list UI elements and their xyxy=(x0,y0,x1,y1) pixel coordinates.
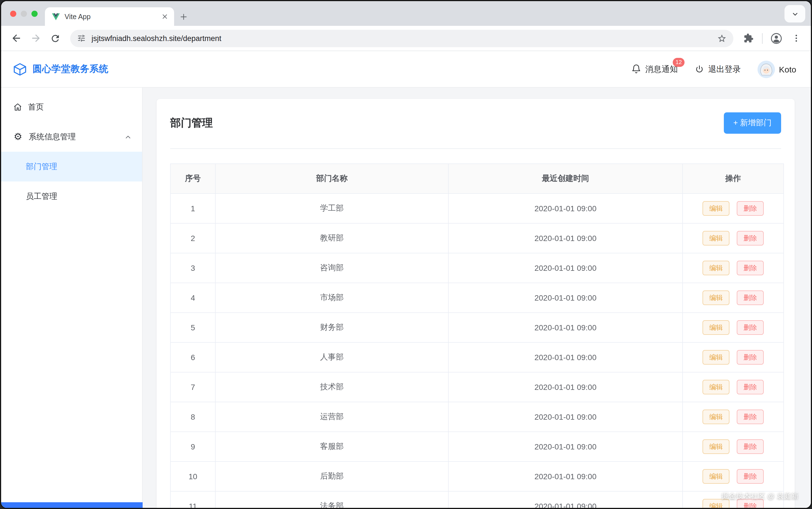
cell-created-time: 2020-01-01 09:00 xyxy=(448,283,682,313)
table-row: 7技术部2020-01-01 09:00编辑删除 xyxy=(170,372,784,402)
forward-icon[interactable] xyxy=(26,29,45,47)
cell-actions: 编辑删除 xyxy=(682,253,784,283)
reload-icon[interactable] xyxy=(46,29,65,47)
toolbar-divider xyxy=(762,33,763,43)
profile-icon[interactable] xyxy=(767,29,786,47)
sidebar-item-home[interactable]: 首页 xyxy=(1,92,142,122)
cell-actions: 编辑删除 xyxy=(682,283,784,313)
edit-button[interactable]: 编辑 xyxy=(703,469,730,484)
table-row: 8运营部2020-01-01 09:00编辑删除 xyxy=(170,402,784,432)
cell-actions: 编辑删除 xyxy=(682,194,784,223)
cell-department-name: 教研部 xyxy=(215,223,448,253)
cell-created-time: 2020-01-01 09:00 xyxy=(448,223,682,253)
header-serial: 序号 xyxy=(170,164,215,194)
new-tab-button[interactable] xyxy=(174,7,193,26)
browser-window: Vite App xyxy=(0,0,812,509)
add-department-button[interactable]: + 新增部门 xyxy=(724,112,781,134)
avatar xyxy=(757,60,775,78)
cell-serial: 10 xyxy=(170,462,215,491)
delete-button[interactable]: 删除 xyxy=(737,410,764,424)
bell-icon xyxy=(631,64,641,74)
cell-serial: 1 xyxy=(170,194,215,223)
edit-button[interactable]: 编辑 xyxy=(703,231,730,245)
cell-created-time: 2020-01-01 09:00 xyxy=(448,313,682,342)
cell-actions: 编辑删除 xyxy=(682,462,784,491)
edit-button[interactable]: 编辑 xyxy=(703,261,730,275)
url-text: jsjtswfniadh.sealoshzh.site/department xyxy=(92,34,711,42)
delete-button[interactable]: 删除 xyxy=(737,350,764,365)
sidebar-item-department-management[interactable]: 部门管理 xyxy=(1,152,142,181)
zoom-window-button[interactable] xyxy=(31,10,38,16)
edit-button[interactable]: 编辑 xyxy=(703,410,730,424)
delete-button[interactable]: 删除 xyxy=(737,261,764,275)
edit-button[interactable]: 编辑 xyxy=(703,320,730,335)
table-row: 2教研部2020-01-01 09:00编辑删除 xyxy=(170,223,784,253)
cell-department-name: 运营部 xyxy=(215,402,448,432)
table-header-row: 序号 部门名称 最近创建时间 操作 xyxy=(170,164,784,194)
delete-button[interactable]: 删除 xyxy=(737,380,764,395)
department-table: 序号 部门名称 最近创建时间 操作 1学工部2020-01-01 09:00编辑… xyxy=(170,164,784,509)
menu-kebab-icon[interactable] xyxy=(787,29,805,47)
cell-department-name: 咨询部 xyxy=(215,253,448,283)
delete-button[interactable]: 删除 xyxy=(737,201,764,216)
sidebar-bottom-strip xyxy=(1,502,143,508)
cell-department-name: 技术部 xyxy=(215,372,448,402)
table-row: 1学工部2020-01-01 09:00编辑删除 xyxy=(170,194,784,223)
tab-search-button[interactable] xyxy=(784,5,805,23)
tab-strip: Vite App xyxy=(1,1,811,26)
minimize-window-button[interactable] xyxy=(21,10,27,16)
cell-created-time: 2020-01-01 09:00 xyxy=(448,194,682,223)
cell-serial: 5 xyxy=(170,313,215,342)
cell-created-time: 2020-01-01 09:00 xyxy=(448,462,682,491)
cell-department-name: 市场部 xyxy=(215,283,448,313)
sidebar-group-system-info[interactable]: ⚙ 系统信息管理 xyxy=(1,122,142,152)
cell-actions: 编辑删除 xyxy=(682,342,784,372)
table-row: 3咨询部2020-01-01 09:00编辑删除 xyxy=(170,253,784,283)
sidebar-group-label: 系统信息管理 xyxy=(29,132,76,142)
address-bar[interactable]: jsjtswfniadh.sealoshzh.site/department xyxy=(70,30,733,47)
brand: 圆心学堂教务系统 xyxy=(12,62,108,77)
edit-button[interactable]: 编辑 xyxy=(703,439,730,454)
edit-button[interactable]: 编辑 xyxy=(703,291,730,305)
sidebar-item-employee-management[interactable]: 员工管理 xyxy=(1,181,142,211)
delete-button[interactable]: 删除 xyxy=(737,231,764,245)
logout-label: 退出登录 xyxy=(708,64,741,74)
back-icon[interactable] xyxy=(7,29,25,47)
delete-button[interactable]: 删除 xyxy=(737,291,764,305)
edit-button[interactable]: 编辑 xyxy=(703,350,730,365)
site-settings-icon[interactable] xyxy=(77,34,86,43)
delete-button[interactable]: 删除 xyxy=(737,439,764,454)
bookmark-star-icon[interactable] xyxy=(717,33,727,43)
cell-created-time: 2020-01-01 09:00 xyxy=(448,253,682,283)
edit-button[interactable]: 编辑 xyxy=(703,380,730,395)
logout-button[interactable]: 退出登录 xyxy=(695,64,741,74)
cell-actions: 编辑删除 xyxy=(682,432,784,462)
watermark: 掘金技术社区 @ 袁庭新 xyxy=(721,491,799,501)
cell-department-name: 法务部 xyxy=(215,491,448,509)
delete-button[interactable]: 删除 xyxy=(737,320,764,335)
cell-created-time: 2020-01-01 09:00 xyxy=(448,402,682,432)
cell-serial: 3 xyxy=(170,253,215,283)
user-name: Koto xyxy=(779,64,796,74)
cell-actions: 编辑删除 xyxy=(682,223,784,253)
extensions-icon[interactable] xyxy=(739,29,757,47)
cell-created-time: 2020-01-01 09:00 xyxy=(448,372,682,402)
edit-button[interactable]: 编辑 xyxy=(703,201,730,216)
browser-tab[interactable]: Vite App xyxy=(45,7,174,26)
cell-created-time: 2020-01-01 09:00 xyxy=(448,491,682,509)
notifications-button[interactable]: 消息通知 12 xyxy=(631,64,678,74)
delete-button[interactable]: 删除 xyxy=(737,469,764,484)
chevron-up-icon xyxy=(124,133,132,141)
cell-actions: 编辑删除 xyxy=(682,402,784,432)
cell-serial: 6 xyxy=(170,342,215,372)
user-menu[interactable]: Koto xyxy=(757,60,796,78)
close-window-button[interactable] xyxy=(10,10,16,16)
close-tab-icon[interactable] xyxy=(160,12,170,21)
table-row: 4市场部2020-01-01 09:00编辑删除 xyxy=(170,283,784,313)
cell-department-name: 人事部 xyxy=(215,342,448,372)
cell-department-name: 后勤部 xyxy=(215,462,448,491)
cell-created-time: 2020-01-01 09:00 xyxy=(448,432,682,462)
power-icon xyxy=(695,64,704,74)
app-header: 圆心学堂教务系统 消息通知 12 退出登录 xyxy=(1,51,811,88)
table-row: 11法务部2020-01-01 09:00编辑删除 xyxy=(170,491,784,509)
